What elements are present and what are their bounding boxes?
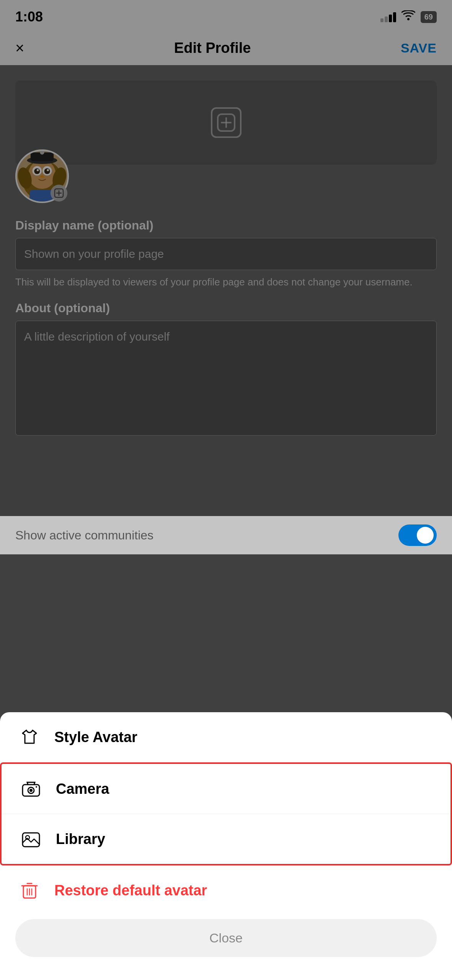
toggle-knob xyxy=(417,527,434,544)
page-wrapper: 1:08 69 × Edi xyxy=(0,0,452,980)
bottom-sheet: Style Avatar Camera xyxy=(0,712,452,980)
library-item[interactable]: Library xyxy=(2,814,450,864)
camera-icon xyxy=(20,778,42,800)
bottom-strip: Show active communities xyxy=(0,516,452,554)
trash-icon xyxy=(18,879,41,901)
restore-avatar-item[interactable]: Restore default avatar xyxy=(0,865,452,915)
restore-avatar-label: Restore default avatar xyxy=(54,882,207,899)
style-avatar-label: Style Avatar xyxy=(54,729,137,746)
shirt-icon xyxy=(18,726,41,748)
show-active-communities-toggle[interactable] xyxy=(398,524,437,546)
close-sheet-button[interactable]: Close xyxy=(15,919,437,957)
camera-library-group: Camera Library xyxy=(0,762,452,865)
camera-label: Camera xyxy=(56,781,109,797)
library-label: Library xyxy=(56,831,105,847)
show-active-communities-label: Show active communities xyxy=(15,528,153,542)
svg-point-25 xyxy=(36,786,37,788)
library-icon xyxy=(20,828,42,850)
svg-point-24 xyxy=(29,789,33,792)
camera-item[interactable]: Camera xyxy=(2,764,450,814)
style-avatar-item[interactable]: Style Avatar xyxy=(0,712,452,762)
